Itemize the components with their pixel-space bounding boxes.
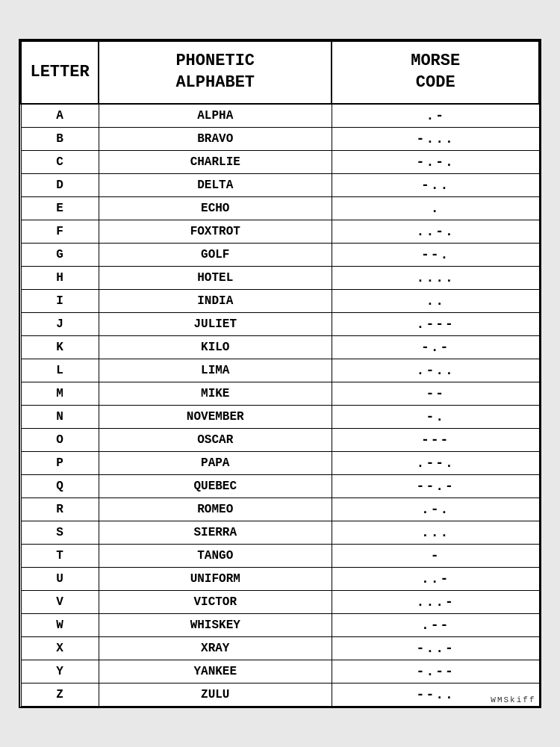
cell-morse: -..-	[332, 636, 539, 660]
table-row: KKILO-.-	[21, 335, 539, 359]
table-row: HHOTEL....	[21, 266, 539, 289]
cell-letter: F	[21, 220, 99, 243]
cell-morse: ...-	[332, 590, 539, 613]
cell-phonetic: MIKE	[99, 382, 332, 405]
table-row: SSIERRA...	[21, 521, 539, 544]
cell-letter: S	[21, 521, 99, 544]
table-row: YYANKEE-.--	[21, 660, 539, 683]
table-row: XXRAY-..-	[21, 636, 539, 660]
cell-phonetic: JULIET	[99, 312, 332, 335]
cell-morse: --.-	[332, 474, 539, 498]
table-row: ZZULU--..WMSkiff	[21, 683, 539, 706]
cell-phonetic: UNIFORM	[99, 567, 332, 590]
cell-morse: -.	[332, 405, 539, 428]
table-row: JJULIET.---	[21, 312, 539, 335]
cell-phonetic: INDIA	[99, 289, 332, 312]
table-row: RROMEO.-.	[21, 498, 539, 521]
cell-phonetic: KILO	[99, 335, 332, 359]
cell-phonetic: GOLF	[99, 243, 332, 266]
table-row: VVICTOR...-	[21, 590, 539, 613]
table-row: AALPHA.-	[21, 104, 539, 128]
cell-letter: D	[21, 173, 99, 196]
table-row: MMIKE--	[21, 382, 539, 405]
header-letter: LETTER	[21, 41, 99, 103]
cell-morse: .--.	[332, 451, 539, 474]
table-row: BBRAVO-...	[21, 127, 539, 150]
cell-phonetic: VICTOR	[99, 590, 332, 613]
cell-morse: --	[332, 382, 539, 405]
cell-morse: ..-	[332, 567, 539, 590]
cell-letter: H	[21, 266, 99, 289]
table-row: DDELTA-..	[21, 173, 539, 196]
cell-letter: I	[21, 289, 99, 312]
main-container: LETTER PHONETICALPHABET MORSECODE AALPHA…	[19, 39, 541, 707]
cell-morse: ...	[332, 521, 539, 544]
cell-phonetic: DELTA	[99, 173, 332, 196]
cell-letter: A	[21, 104, 99, 128]
cell-letter: M	[21, 382, 99, 405]
table-row: QQUEBEC--.-	[21, 474, 539, 498]
table-row: FFOXTROT..-.	[21, 220, 539, 243]
table-row: LLIMA.-..	[21, 359, 539, 382]
cell-letter: Q	[21, 474, 99, 498]
cell-letter: N	[21, 405, 99, 428]
cell-phonetic: HOTEL	[99, 266, 332, 289]
table-row: WWHISKEY.--	[21, 613, 539, 636]
cell-letter: J	[21, 312, 99, 335]
cell-morse: --.	[332, 243, 539, 266]
header-morse: MORSECODE	[332, 41, 539, 103]
cell-phonetic: OSCAR	[99, 428, 332, 451]
cell-phonetic: XRAY	[99, 636, 332, 660]
cell-phonetic: FOXTROT	[99, 220, 332, 243]
cell-letter: Z	[21, 683, 99, 706]
cell-phonetic: TANGO	[99, 544, 332, 567]
cell-phonetic: YANKEE	[99, 660, 332, 683]
cell-phonetic: ROMEO	[99, 498, 332, 521]
cell-letter: W	[21, 613, 99, 636]
table-row: OOSCAR---	[21, 428, 539, 451]
cell-phonetic: ALPHA	[99, 104, 332, 128]
header-phonetic: PHONETICALPHABET	[99, 41, 332, 103]
cell-letter: R	[21, 498, 99, 521]
cell-letter: L	[21, 359, 99, 382]
cell-morse: ..	[332, 289, 539, 312]
cell-morse: .-.	[332, 498, 539, 521]
cell-phonetic: BRAVO	[99, 127, 332, 150]
cell-morse: ---	[332, 428, 539, 451]
cell-phonetic: LIMA	[99, 359, 332, 382]
cell-letter: Y	[21, 660, 99, 683]
cell-phonetic: ECHO	[99, 196, 332, 220]
cell-letter: G	[21, 243, 99, 266]
cell-letter: K	[21, 335, 99, 359]
cell-phonetic: SIERRA	[99, 521, 332, 544]
cell-morse: .--	[332, 613, 539, 636]
cell-morse: .-	[332, 104, 539, 128]
cell-morse: .---	[332, 312, 539, 335]
watermark: WMSkiff	[491, 695, 535, 704]
table-row: CCHARLIE-.-.	[21, 150, 539, 173]
cell-letter: X	[21, 636, 99, 660]
table-row: NNOVEMBER-.	[21, 405, 539, 428]
cell-morse: --..WMSkiff	[332, 683, 539, 706]
cell-morse: ..-.	[332, 220, 539, 243]
cell-letter: B	[21, 127, 99, 150]
cell-letter: E	[21, 196, 99, 220]
cell-phonetic: WHISKEY	[99, 613, 332, 636]
table-row: GGOLF--.	[21, 243, 539, 266]
cell-morse: .-..	[332, 359, 539, 382]
cell-phonetic: QUEBEC	[99, 474, 332, 498]
cell-letter: C	[21, 150, 99, 173]
cell-letter: O	[21, 428, 99, 451]
cell-morse: -...	[332, 127, 539, 150]
cell-letter: P	[21, 451, 99, 474]
morse-code-table: LETTER PHONETICALPHABET MORSECODE AALPHA…	[20, 40, 540, 706]
table-row: EECHO.	[21, 196, 539, 220]
cell-letter: U	[21, 567, 99, 590]
cell-morse: -.-	[332, 335, 539, 359]
cell-phonetic: ZULU	[99, 683, 332, 706]
cell-morse: ....	[332, 266, 539, 289]
table-row: IINDIA..	[21, 289, 539, 312]
table-row: PPAPA.--.	[21, 451, 539, 474]
cell-morse: -..	[332, 173, 539, 196]
cell-letter: T	[21, 544, 99, 567]
